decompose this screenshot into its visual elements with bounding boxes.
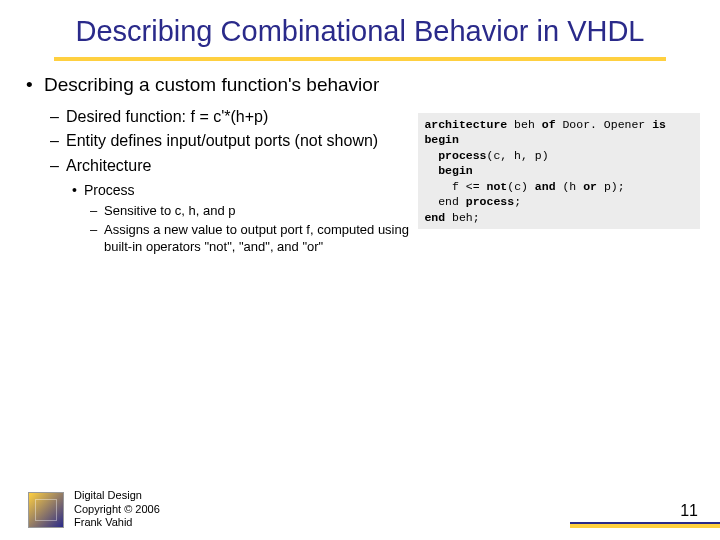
page-number: 11 — [680, 502, 698, 520]
footer-line1: Digital Design — [74, 489, 160, 503]
bullet-architecture: Architecture — [26, 156, 414, 177]
kw-end: end — [424, 211, 452, 224]
bullet-desired-function: Desired function: f = c'*(h+p) — [26, 107, 414, 128]
code-text: beh; — [452, 211, 480, 224]
footer: Digital Design Copyright © 2006 Frank Va… — [0, 478, 720, 532]
bullet-entity: Entity defines input/output ports (not s… — [26, 131, 414, 152]
page-title: Describing Combinational Behavior in VHD… — [0, 0, 720, 53]
bullet-process: Process — [26, 181, 414, 199]
kw-or: or — [583, 180, 597, 193]
kw-process: process — [424, 149, 486, 162]
code-text: ; — [514, 195, 521, 208]
code-text: p); — [597, 180, 625, 193]
code-text: beh — [507, 118, 542, 131]
footer-line2: Copyright © 2006 — [74, 503, 160, 517]
content-area: Describing a custom function's behavior … — [0, 61, 720, 258]
code-text: (c, h, p) — [487, 149, 549, 162]
vhdl-code-block: architecture beh of Door. Opener is begi… — [418, 113, 700, 230]
bullet-assigns: Assigns a new value to output port f, co… — [26, 222, 414, 256]
footer-accent-bar — [570, 522, 720, 528]
kw-process-end: process — [466, 195, 514, 208]
bullet-level1: Describing a custom function's behavior — [26, 73, 414, 97]
bullet-sensitive: Sensitive to c, h, and p — [26, 203, 414, 220]
kw-not: not — [487, 180, 508, 193]
right-column: architecture beh of Door. Opener is begi… — [414, 73, 700, 258]
left-column: Describing a custom function's behavior … — [20, 73, 414, 258]
kw-and: and — [535, 180, 556, 193]
kw-architecture: architecture — [424, 118, 507, 131]
code-text: (c) — [507, 180, 535, 193]
kw-of: of — [542, 118, 556, 131]
footer-credits: Digital Design Copyright © 2006 Frank Va… — [74, 489, 160, 530]
logo-icon — [28, 492, 64, 528]
code-text: f <= — [424, 180, 486, 193]
code-text: Door. Opener — [556, 118, 653, 131]
code-text: end — [424, 195, 465, 208]
kw-begin: begin — [424, 133, 459, 146]
code-text: (h — [556, 180, 584, 193]
kw-begin-inner: begin — [424, 164, 472, 177]
footer-line3: Frank Vahid — [74, 516, 160, 530]
kw-is: is — [652, 118, 666, 131]
